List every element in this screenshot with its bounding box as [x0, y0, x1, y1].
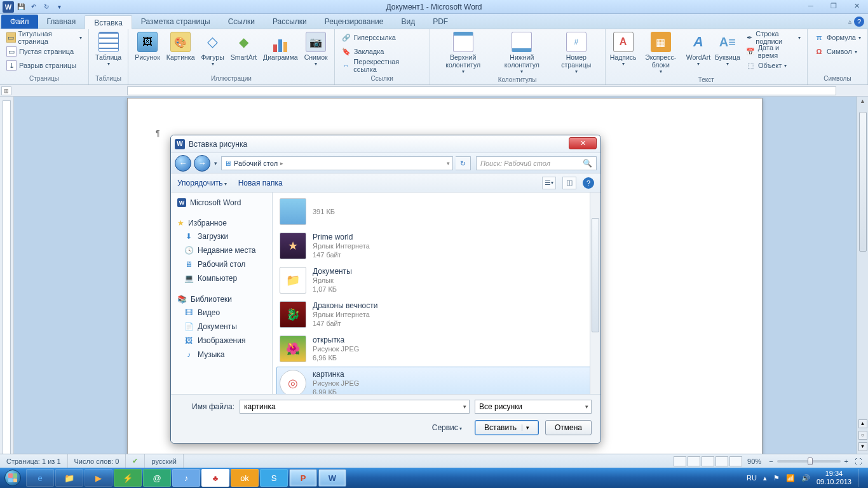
tray-lang[interactable]: RU: [747, 474, 757, 482]
zoom-out-button[interactable]: −: [766, 458, 775, 465]
nav-downloads[interactable]: ⬇Загрузки: [171, 229, 272, 243]
table-button[interactable]: Таблица: [93, 30, 124, 68]
zoom-in-button[interactable]: +: [842, 458, 851, 465]
search-icon[interactable]: 🔍: [583, 159, 592, 168]
save-icon[interactable]: 💾: [15, 1, 27, 13]
zoom-slider[interactable]: [777, 460, 841, 463]
nav-desktop[interactable]: 🖥Рабочий стол: [171, 257, 272, 271]
view-outline-icon[interactable]: [715, 456, 728, 466]
tab-review[interactable]: Рецензирование: [316, 15, 393, 29]
sigline-button[interactable]: ✒Строка подписи: [743, 30, 803, 44]
view-fullscreen-icon[interactable]: [688, 456, 700, 466]
symbol-button[interactable]: ΩСимвол: [811, 44, 864, 58]
file-item[interactable]: 📁 Документы Ярлык 1,07 КБ: [276, 264, 597, 297]
view-print-layout-icon[interactable]: [674, 456, 686, 466]
hyperlink-button[interactable]: 🔗Гиперссылка: [339, 30, 426, 44]
nav-back-button[interactable]: ←: [175, 155, 191, 172]
help-icon[interactable]: ?: [854, 17, 864, 27]
tab-insert[interactable]: Вставка: [85, 15, 132, 29]
status-proofing[interactable]: ✔: [126, 454, 145, 468]
zoom-value[interactable]: 90%: [747, 458, 761, 465]
object-button[interactable]: ⬚Объект: [743, 58, 803, 72]
pagenum-button[interactable]: #Номер страницы: [552, 30, 601, 76]
tools-button[interactable]: Сервис: [432, 423, 462, 432]
taskbar-skype-icon[interactable]: S: [260, 469, 288, 487]
bookmark-button[interactable]: 🔖Закладка: [339, 44, 426, 58]
tab-view[interactable]: Вид: [392, 15, 424, 29]
file-item[interactable]: 🐉 Драконы вечности Ярлык Интернета 147 б…: [276, 298, 597, 331]
nav-video[interactable]: 🎞Видео: [171, 306, 272, 320]
tray-show-hidden-icon[interactable]: ▴: [763, 474, 767, 482]
prev-page-icon[interactable]: ▲: [858, 419, 867, 428]
blank-page-button[interactable]: ▭Пустая страница: [4, 44, 85, 58]
file-item[interactable]: ★ Prime world Ярлык Интернета 147 байт: [276, 229, 597, 262]
filelist-scrollbar[interactable]: [590, 193, 600, 394]
file-item[interactable]: 391 КБ: [276, 195, 597, 228]
cancel-button[interactable]: Отмена: [545, 420, 592, 435]
picture-button[interactable]: 🖼Рисунок: [132, 30, 163, 62]
dialog-close-button[interactable]: ✕: [569, 137, 597, 149]
nav-pictures[interactable]: 🖼Изображения: [171, 334, 272, 348]
restore-button[interactable]: ❐: [825, 0, 843, 11]
taskbar-app1-icon[interactable]: ⚡: [114, 469, 142, 487]
nav-recent[interactable]: 🕓Недавние места: [171, 243, 272, 257]
wordart-button[interactable]: AWordArt: [684, 30, 712, 68]
taskbar-explorer-icon[interactable]: 📁: [55, 469, 83, 487]
chevron-down-icon[interactable]: ▾: [585, 403, 588, 410]
smartart-button[interactable]: ◆SmartArt: [228, 30, 259, 62]
breadcrumb-location[interactable]: Рабочий стол: [234, 159, 278, 167]
ruler-corner[interactable]: ⊞: [1, 86, 11, 95]
taskbar-app2-icon[interactable]: @: [143, 469, 171, 487]
page-break-button[interactable]: ⤓Разрыв страницы: [4, 58, 85, 72]
organize-button[interactable]: Упорядочить: [177, 179, 227, 187]
refresh-button[interactable]: ↻: [456, 156, 471, 170]
tab-references[interactable]: Ссылки: [219, 15, 264, 29]
screenshot-button[interactable]: 📷Снимок: [302, 30, 330, 68]
taskbar-media-icon[interactable]: ▶: [85, 469, 112, 487]
footer-button[interactable]: Нижний колонтитул: [494, 30, 550, 76]
datetime-button[interactable]: 📅Дата и время: [743, 44, 803, 58]
nav-history-dropdown[interactable]: ▾: [213, 160, 219, 166]
status-language[interactable]: русский: [145, 454, 183, 468]
file-tab[interactable]: Файл: [1, 15, 38, 29]
tray-network-icon[interactable]: 📶: [786, 474, 795, 482]
tab-mailings[interactable]: Рассылки: [264, 15, 316, 29]
nav-libraries[interactable]: 📚Библиотеки: [171, 293, 272, 306]
redo-icon[interactable]: ↻: [41, 1, 52, 13]
nav-computer[interactable]: 💻Компьютер: [171, 271, 272, 285]
close-button[interactable]: ✕: [848, 0, 865, 11]
file-item[interactable]: 🌺 открытка Рисунок JPEG 6,96 КБ: [276, 332, 597, 365]
nav-documents[interactable]: 📄Документы: [171, 320, 272, 334]
tab-home[interactable]: Главная: [38, 15, 85, 29]
dropcap-button[interactable]: A≡Буквица: [714, 30, 742, 68]
textbox-button[interactable]: AНадпись: [609, 30, 637, 68]
taskbar-ie-icon[interactable]: e: [26, 469, 54, 487]
header-button[interactable]: Верхний колонтитул: [434, 30, 492, 76]
nav-forward-button[interactable]: →: [194, 155, 210, 172]
newfolder-button[interactable]: Новая папка: [238, 179, 283, 187]
chart-button[interactable]: Диаграмма: [261, 30, 301, 62]
status-words[interactable]: Число слов: 0: [68, 454, 126, 468]
horizontal-ruler[interactable]: ⊞: [0, 85, 868, 97]
insert-button[interactable]: Вставить▾: [475, 420, 539, 435]
vertical-ruler[interactable]: [0, 97, 14, 454]
dialog-titlebar[interactable]: W Вставка рисунка ✕: [171, 135, 600, 153]
tray-volume-icon[interactable]: 🔊: [801, 474, 810, 482]
chevron-down-icon[interactable]: ▾: [463, 403, 466, 410]
minimize-button[interactable]: ─: [802, 0, 820, 11]
tab-layout[interactable]: Разметка страницы: [132, 15, 219, 29]
insert-split-icon[interactable]: ▾: [522, 424, 529, 431]
chevron-right-icon[interactable]: ▸: [280, 160, 283, 166]
undo-icon[interactable]: ↶: [28, 1, 39, 13]
next-page-icon[interactable]: ▼: [858, 442, 867, 451]
tray-clock[interactable]: 19:34 09.10.2013: [817, 470, 851, 486]
filename-input[interactable]: картинка▾: [240, 400, 470, 414]
shapes-button[interactable]: ◇Фигуры: [198, 30, 226, 68]
minimize-ribbon-icon[interactable]: ▵: [848, 18, 851, 25]
taskbar-word-icon[interactable]: W: [318, 469, 346, 487]
file-item-selected[interactable]: ◎ картинка Рисунок JPEG 6,99 КБ: [276, 367, 597, 394]
taskbar-cards-icon[interactable]: ♣: [201, 469, 229, 487]
quickparts-button[interactable]: ▦Экспресс-блоки: [639, 30, 683, 76]
vertical-scrollbar[interactable]: ▲ ▲ ○ ▼: [857, 97, 868, 454]
view-mode-button[interactable]: ☰: [542, 177, 556, 189]
